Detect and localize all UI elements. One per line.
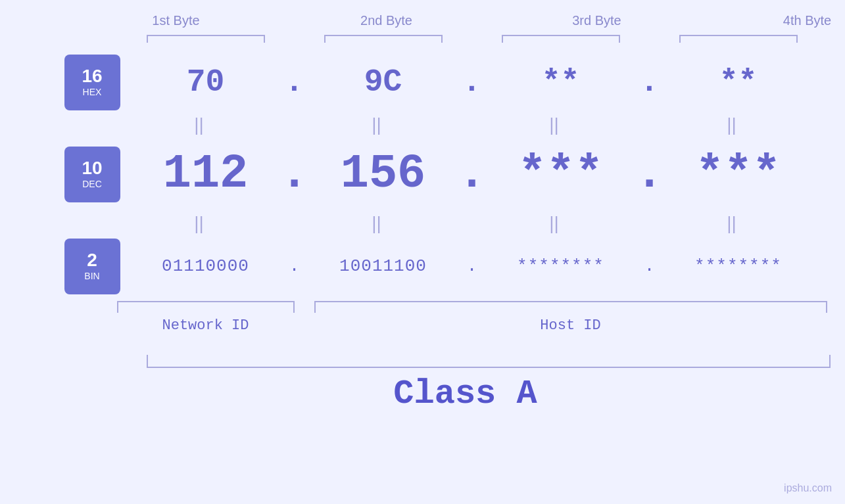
eq-6: || <box>304 213 449 234</box>
network-bracket <box>117 301 295 313</box>
watermark: ipshu.com <box>784 482 832 494</box>
hex-badge: 16 HEX <box>64 55 120 110</box>
dec-base-label: DEC <box>82 179 102 189</box>
dec-dot-1: . <box>278 147 311 201</box>
top-brackets-row <box>133 35 798 43</box>
bin-val-3: ******** <box>489 256 633 276</box>
eq-3: || <box>482 114 627 135</box>
hex-values-area: 70 . 9C . ** . ** <box>133 64 811 100</box>
dec-val-1: 112 <box>133 147 278 201</box>
equals-row-2: || || || || <box>127 210 804 237</box>
eq-7: || <box>482 213 627 234</box>
dec-val-2: 156 <box>311 147 456 201</box>
main-container: 1st Byte 2nd Byte 3rd Byte 4th Byte 16 H… <box>0 0 845 504</box>
bin-val-1: 01110000 <box>133 256 278 276</box>
host-bracket <box>314 301 827 313</box>
hex-dot-3: . <box>633 64 666 100</box>
bottom-section: Network ID Host ID <box>104 301 827 354</box>
eq-4: || <box>660 114 804 135</box>
dec-dot-2: . <box>456 147 489 201</box>
equals-row-1: || || || || <box>127 112 804 138</box>
eq-8: || <box>660 213 804 234</box>
top-bracket-1 <box>147 35 265 43</box>
hex-val-3: ** <box>489 64 633 100</box>
byte-label-3: 3rd Byte <box>525 13 669 28</box>
bin-dot-3: . <box>633 256 666 276</box>
bin-dot-1: . <box>278 256 311 276</box>
bin-base-number: 2 <box>87 251 97 269</box>
hex-base-label: HEX <box>83 87 102 97</box>
top-bracket-4 <box>679 35 798 43</box>
equals-signs-1: || || || || <box>127 114 804 135</box>
eq-2: || <box>304 114 449 135</box>
bin-base-label: BIN <box>84 271 99 281</box>
top-bracket-3 <box>502 35 620 43</box>
host-id-label: Host ID <box>314 317 827 334</box>
dec-values-area: 112 . 156 . *** . *** <box>133 147 811 201</box>
class-label: Class A <box>104 375 827 413</box>
dec-badge: 10 DEC <box>64 147 120 202</box>
bin-val-4: ******** <box>666 256 811 276</box>
bin-dot-2: . <box>456 256 489 276</box>
eq-5: || <box>127 213 272 234</box>
byte-label-1: 1st Byte <box>104 13 249 28</box>
byte-label-4: 4th Byte <box>735 13 846 28</box>
hex-val-1: 70 <box>133 64 278 100</box>
hex-row: 16 HEX 70 . 9C . ** . ** <box>35 53 811 112</box>
full-bottom-bracket <box>147 355 831 368</box>
eq-1: || <box>127 114 272 135</box>
dec-val-3: *** <box>489 147 633 201</box>
hex-base-number: 16 <box>82 67 102 85</box>
header-row: 1st Byte 2nd Byte 3rd Byte 4th Byte <box>104 13 827 28</box>
top-bracket-2 <box>324 35 443 43</box>
dec-row: 10 DEC 112 . 156 . *** . *** <box>35 138 811 210</box>
hex-val-4: ** <box>666 64 811 100</box>
equals-signs-2: || || || || <box>127 213 804 234</box>
hex-dot-2: . <box>456 64 489 100</box>
hex-val-2: 9C <box>311 64 456 100</box>
bin-row: 2 BIN 01110000 . 10011100 . ******** . *… <box>35 237 811 296</box>
byte-label-2: 2nd Byte <box>314 13 459 28</box>
dec-dot-3: . <box>633 147 666 201</box>
bin-val-2: 10011100 <box>311 256 456 276</box>
bin-badge: 2 BIN <box>64 239 120 294</box>
hex-dot-1: . <box>278 64 311 100</box>
network-id-label: Network ID <box>117 317 295 334</box>
bin-values-area: 01110000 . 10011100 . ******** . *******… <box>133 256 811 276</box>
dec-base-number: 10 <box>82 159 102 177</box>
dec-val-4: *** <box>666 147 811 201</box>
